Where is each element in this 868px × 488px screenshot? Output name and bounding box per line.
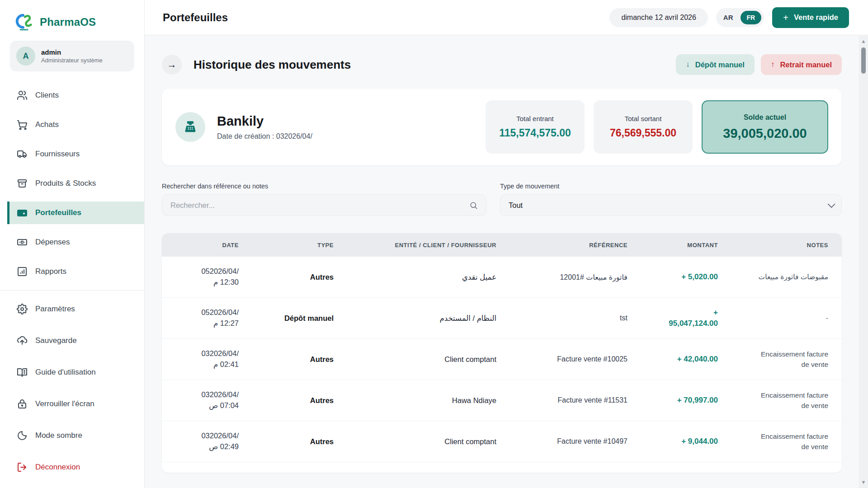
table-header-cell: Type — [252, 233, 347, 257]
sidebar-item-fournisseurs[interactable]: Fournisseurs — [7, 143, 144, 165]
cell-reference: Facture vente #11531 — [510, 380, 641, 421]
sidebar-item-verrouiller-l-cran[interactable]: Verrouiller l'écran — [7, 393, 144, 415]
cell-type: Autres — [252, 421, 347, 462]
stat-in: Total entrant115,574,575.00 — [486, 100, 585, 154]
user-role: Administrateur système — [41, 57, 103, 64]
search-icon — [469, 201, 478, 210]
table-row[interactable]: 052026/04/12:30 مAutresعميل نقديفاتورة م… — [162, 257, 842, 297]
sidebar-item-label: Paramètres — [35, 305, 75, 314]
manual-deposit-button[interactable]: ↓ Dépôt manuel — [676, 54, 755, 75]
sidebar-item-label: Fournisseurs — [35, 150, 80, 159]
sidebar-item-portefeuilles[interactable]: Portefeuilles — [7, 202, 144, 224]
arrow-down-icon: ↓ — [686, 60, 690, 69]
content-area: → Historique des mouvements ↓ Dépôt manu… — [145, 35, 868, 488]
wallet-identity: Bankily Date de création : 032026/04/ — [175, 112, 312, 142]
movement-type-select[interactable]: Tout — [500, 194, 842, 216]
table-row[interactable]: 032026/04/02:49 صAutresClient comptantFa… — [162, 421, 842, 462]
cell-amount: + 5,020.00 — [641, 257, 731, 297]
cell-amount: + 70,997.00 — [641, 380, 731, 421]
search-input[interactable] — [170, 201, 469, 210]
sidebar-item-guide-d-utilisation[interactable]: Guide d'utilisation — [7, 361, 144, 384]
vertical-scrollbar[interactable]: ▲ ▼ — [859, 36, 868, 488]
cell-notes: - — [731, 298, 842, 338]
quick-sale-label: Vente rapide — [794, 13, 838, 22]
table-header-cell: Date — [162, 233, 252, 257]
wallet-creation-date: Date de création : 032026/04/ — [217, 132, 312, 141]
table-header-cell: Montant — [641, 233, 731, 257]
lang-option-ar[interactable]: AR — [718, 14, 739, 21]
date-chip: dimanche 12 avril 2026 — [609, 8, 708, 27]
cell-amount: + 95,047,124.00 — [641, 298, 731, 338]
manual-withdraw-button[interactable]: ↑ Retrait manuel — [761, 54, 842, 75]
gear-icon — [17, 304, 28, 314]
book-open-icon — [17, 367, 28, 378]
manual-deposit-label: Dépôt manuel — [695, 61, 745, 69]
quick-sale-button[interactable]: + Vente rapide — [772, 7, 849, 28]
type-field-group: Type de mouvement Tout — [500, 183, 842, 216]
sidebar-item-mode-sombre[interactable]: Mode sombre — [7, 424, 144, 447]
cell-notes: مقبوضات فاتورة مبيعات — [731, 257, 842, 297]
arrow-right-icon: → — [167, 59, 177, 70]
lang-option-fr[interactable]: FR — [741, 11, 762, 24]
wallet-name: Bankily — [217, 114, 312, 129]
scrollbar-thumb[interactable] — [861, 47, 866, 74]
language-toggle[interactable]: AR FR — [716, 8, 764, 27]
sidebar-item-d-connexion[interactable]: Déconnexion — [7, 456, 144, 479]
avatar: A — [16, 47, 35, 66]
search-field-group: Rechercher dans référence ou notes — [162, 183, 486, 216]
truck-icon — [17, 149, 28, 160]
table-row[interactable]: 032026/04/07:04 صAutresHawa NdiayeFactur… — [162, 380, 842, 421]
cell-reference: Facture vente #10497 — [510, 421, 641, 462]
user-profile-card[interactable]: A admin Administrateur système — [10, 41, 134, 71]
cell-date: 052026/04/12:27 م — [162, 298, 252, 338]
sidebar-item-label: Clients — [35, 91, 59, 100]
section-header: → Historique des mouvements ↓ Dépôt manu… — [162, 54, 842, 75]
stat-label: Total entrant — [516, 115, 554, 122]
cell-type: Autres — [252, 257, 347, 297]
cell-date: 052026/04/12:30 م — [162, 257, 252, 297]
sidebar-item-rapports[interactable]: Rapports — [7, 260, 144, 283]
stat-value: 76,569,555.00 — [610, 127, 676, 139]
cart-icon — [17, 119, 28, 130]
table-body: 052026/04/12:30 مAutresعميل نقديفاتورة م… — [162, 257, 842, 462]
scroll-down-arrow[interactable]: ▼ — [861, 478, 866, 488]
table-row[interactable]: 052026/04/12:27 مDépôt manuelالنظام / ال… — [162, 297, 842, 338]
cell-reference: tst — [510, 298, 641, 338]
box-icon — [17, 178, 28, 189]
cell-date: 032026/04/07:04 ص — [162, 380, 252, 421]
sidebar-item-label: Portefeuilles — [35, 208, 81, 217]
users-icon — [17, 90, 28, 101]
cash-register-icon — [175, 112, 205, 142]
cell-type: Autres — [252, 339, 347, 380]
cell-date: 032026/04/02:49 ص — [162, 421, 252, 462]
sidebar-item-sauvegarde[interactable]: Sauvegarde — [7, 329, 144, 352]
cell-entity: Hawa Ndiaye — [347, 380, 510, 421]
scroll-up-arrow[interactable]: ▲ — [861, 36, 866, 46]
sidebar-item-label: Dépenses — [35, 238, 70, 247]
back-button[interactable]: → — [162, 55, 182, 75]
sidebar-item-label: Sauvegarde — [35, 336, 77, 345]
search-control — [162, 194, 486, 216]
filters-row: Rechercher dans référence ou notes Type … — [162, 183, 842, 216]
table-header-cell: Notes — [731, 233, 842, 257]
manual-withdraw-label: Retrait manuel — [780, 61, 832, 69]
cell-amount: + 42,040.00 — [641, 339, 731, 380]
cell-reference: Facture vente #10025 — [510, 339, 641, 380]
sidebar-item-label: Mode sombre — [35, 431, 82, 440]
cell-type: Dépôt manuel — [252, 298, 347, 338]
sidebar-item-param-tres[interactable]: Paramètres — [7, 298, 144, 320]
cell-reference: فاتورة مبيعات #12001 — [510, 257, 641, 297]
table-header-cell: Référence — [510, 233, 641, 257]
sidebar-item-produits-stocks[interactable]: Produits & Stocks — [7, 172, 144, 195]
sidebar-item-d-penses[interactable]: Dépenses — [7, 231, 144, 253]
page-title: Portefeuilles — [163, 11, 228, 24]
cell-type: Autres — [252, 380, 347, 421]
pharmaos-logo — [14, 12, 34, 33]
sidebar-item-clients[interactable]: Clients — [7, 84, 144, 107]
sidebar-item-achats[interactable]: Achats — [7, 113, 144, 136]
logout-icon — [17, 462, 28, 473]
sidebar-item-label: Produits & Stocks — [35, 179, 96, 188]
cell-amount: + 9,044.00 — [641, 421, 731, 462]
arrow-up-icon: ↑ — [771, 60, 775, 69]
table-row[interactable]: 032026/04/02:41 مAutresClient comptantFa… — [162, 338, 842, 380]
